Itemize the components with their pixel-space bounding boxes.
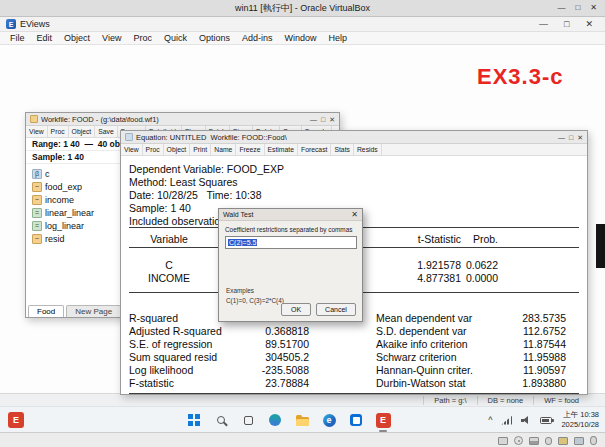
search-button[interactable]: [211, 410, 231, 430]
equation-toolbar-proc[interactable]: Proc: [143, 144, 164, 155]
equation-toolbar-name[interactable]: Name: [211, 144, 236, 155]
wald-titlebar[interactable]: Wald Test ✕: [219, 209, 362, 221]
vm-maximize-button[interactable]: □: [575, 4, 580, 12]
workfile-toolbar-view[interactable]: View: [26, 126, 48, 137]
stat-value: 283.5735: [475, 312, 566, 324]
equation-toolbar-freeze[interactable]: Freeze: [236, 144, 264, 155]
stat-value: 1.893880: [475, 377, 566, 389]
tab-new-page[interactable]: New Page: [66, 305, 121, 317]
vm-minimize-button[interactable]: —: [557, 4, 565, 12]
vm-window-titlebar[interactable]: win11 [執行中] - Oracle VirtualBox — □ ✕: [0, 0, 605, 17]
task-view-button[interactable]: [238, 410, 258, 430]
cancel-button[interactable]: Cancel: [316, 303, 356, 316]
taskbar-center-icons: e E: [184, 410, 393, 430]
workfile-titlebar[interactable]: Workfile: FOOD - (g:\data\food.wf1) — □ …: [26, 113, 339, 126]
vbox-mouse-icon[interactable]: [590, 436, 597, 445]
wald-instruction: Coefficient restrictions separated by co…: [225, 226, 352, 233]
tray-chevron-icon[interactable]: ^: [488, 416, 492, 425]
series-object-icon: ~: [32, 182, 42, 192]
ok-button[interactable]: OK: [281, 303, 311, 316]
restrictions-input[interactable]: C(2)=5.5: [225, 236, 357, 249]
menu-item-edit[interactable]: Edit: [31, 33, 59, 43]
vbox-shared-folder-icon[interactable]: [558, 437, 568, 445]
wald-examples-label: Examples: [226, 287, 254, 294]
vbox-display-icon[interactable]: [574, 437, 584, 445]
menu-item-window[interactable]: Window: [278, 33, 322, 43]
volume-icon[interactable]: [521, 416, 531, 425]
equation-header-line: Method: Least Squares: [129, 176, 579, 188]
stat-value: 89.51700: [219, 338, 309, 350]
equation-titlebar[interactable]: Equation: UNTITLED Workfile: FOOD::Food\…: [121, 131, 587, 144]
menu-item-file[interactable]: File: [4, 33, 31, 43]
workfile-maximize-button[interactable]: □: [321, 116, 325, 123]
equation-close-button[interactable]: ✕: [577, 134, 583, 141]
eviews-title: EViews: [20, 19, 50, 29]
equation-toolbar-stats[interactable]: Stats: [331, 144, 354, 155]
workfile-window-controls: — □ ✕: [310, 116, 335, 123]
object-label: resid: [45, 234, 65, 244]
equation-toolbar-estimate[interactable]: Estimate: [265, 144, 298, 155]
eviews-app-icon: E: [6, 19, 16, 29]
workfile-toolbar-save[interactable]: Save: [95, 126, 118, 137]
menu-item-view[interactable]: View: [96, 33, 127, 43]
workfile-sample-label[interactable]: Sample: 1 40: [32, 152, 84, 162]
tray-date: 2025/10/28: [561, 420, 599, 430]
screen-artifact: [596, 224, 605, 268]
equation-toolbar-view[interactable]: View: [121, 144, 143, 155]
vbox-hdd-icon[interactable]: [498, 437, 508, 445]
edge-button[interactable]: e: [319, 410, 339, 430]
eviews-minimize-button[interactable]: —: [539, 20, 548, 29]
column-tstatistic: t-Statistic: [361, 233, 461, 245]
stat-label: Mean dependent var: [376, 312, 486, 324]
equation-minimize-button[interactable]: —: [558, 134, 565, 141]
tab-food[interactable]: Food: [28, 305, 64, 317]
vbox-network-icon[interactable]: [529, 437, 539, 445]
workfile-toolbar-object[interactable]: Object: [69, 126, 96, 137]
file-explorer-button[interactable]: [292, 410, 312, 430]
workfile-minimize-button[interactable]: —: [310, 116, 317, 123]
store-button[interactable]: [346, 410, 366, 430]
stat-label: S.D. dependent var: [376, 325, 486, 337]
menu-item-object[interactable]: Object: [58, 33, 96, 43]
vbox-cd-icon[interactable]: [514, 436, 523, 445]
annotation-label: EX3.3-c: [477, 64, 564, 90]
eviews-taskbar-button[interactable]: E: [373, 410, 393, 430]
tray-clock[interactable]: 上午 10:38 2025/10/28: [561, 410, 599, 430]
eviews-pinned-icon[interactable]: E: [8, 412, 24, 428]
equation-toolbar-object[interactable]: Object: [164, 144, 191, 155]
workfile-close-button[interactable]: ✕: [329, 116, 335, 123]
eviews-titlebar[interactable]: E EViews — □ ✕: [0, 17, 605, 32]
start-button[interactable]: [184, 410, 204, 430]
menu-item-options[interactable]: Options: [193, 33, 236, 43]
vm-window-controls: — □ ✕: [557, 0, 597, 16]
virtualbox-statusbar: [0, 432, 605, 447]
workfile-title: Workfile: FOOD - (g:\data\food.wf1): [41, 115, 159, 124]
equation-maximize-button[interactable]: □: [569, 134, 573, 141]
stat-value: 304505.2: [219, 351, 309, 363]
menu-item-proc[interactable]: Proc: [127, 33, 158, 43]
eviews-maximize-button[interactable]: □: [564, 20, 569, 29]
network-icon[interactable]: [501, 416, 512, 425]
workfile-toolbar-proc[interactable]: Proc: [48, 126, 69, 137]
workfile-range-label: Range: 1 40 — 40 obs: [32, 139, 125, 149]
menu-item-help[interactable]: Help: [323, 33, 354, 43]
battery-icon[interactable]: [540, 417, 552, 424]
stat-value: 11.90597: [475, 364, 566, 376]
virtualbox-window: win11 [執行中] - Oracle VirtualBox — □ ✕ E …: [0, 0, 605, 447]
menu-item-quick[interactable]: Quick: [158, 33, 193, 43]
vm-close-button[interactable]: ✕: [590, 4, 597, 12]
wald-test-dialog[interactable]: Wald Test ✕ Coefficient restrictions sep…: [218, 208, 363, 322]
menu-item-addins[interactable]: Add-ins: [236, 33, 279, 43]
equation-toolbar-forecast[interactable]: Forecast: [298, 144, 331, 155]
equation-title: Equation: UNTITLED Workfile: FOOD::Food\: [136, 133, 287, 142]
status-path: Path = g:\: [423, 396, 476, 405]
eviews-close-button[interactable]: ✕: [585, 20, 593, 29]
stat-label: Hannan-Quinn criter.: [376, 364, 486, 376]
copilot-button[interactable]: [265, 410, 285, 430]
summary-stats-row: Sum squared resid 304505.2 Schwarz crite…: [129, 351, 579, 363]
vbox-usb-icon[interactable]: [545, 437, 552, 445]
wald-close-button[interactable]: ✕: [351, 211, 358, 219]
equation-toolbar-resids[interactable]: Resids: [354, 144, 382, 155]
equation-toolbar-print[interactable]: Print: [190, 144, 211, 155]
coef-object-icon: β: [32, 169, 42, 179]
